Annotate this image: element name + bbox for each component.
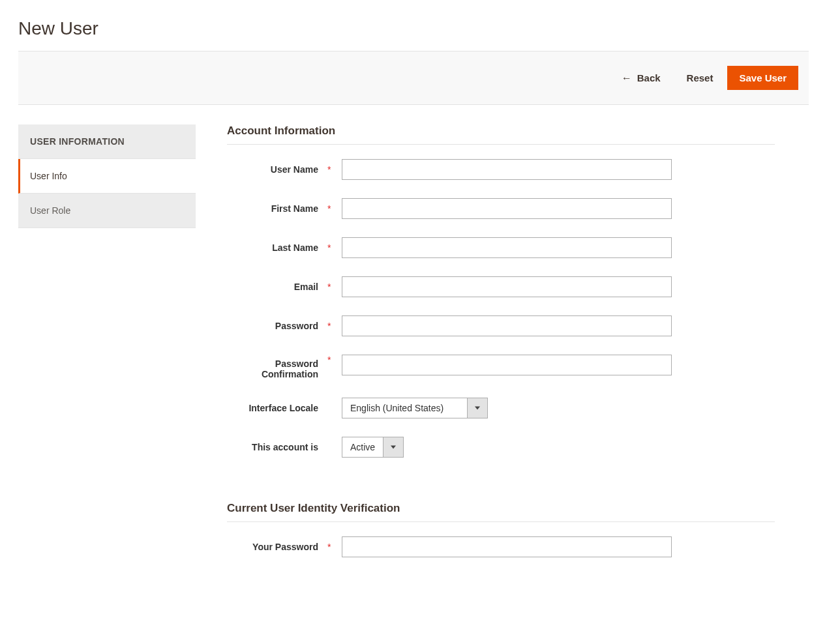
label-password-confirm: Password Confirmation [227,355,318,379]
sidebar-item-label: User Info [30,171,67,181]
required-mark: * [327,242,333,253]
chevron-down-icon [383,437,404,458]
arrow-left-icon: ← [622,73,632,83]
sidebar: USER INFORMATION User Info User Role [18,124,196,228]
required-mark: * [327,164,333,175]
required-mark: * [327,355,333,365]
password-input[interactable] [342,315,672,336]
label-lastname: Last Name [227,242,318,253]
label-status: This account is [227,442,318,452]
field-row-firstname: First Name * [227,198,775,219]
required-mark: * [327,203,333,214]
chevron-down-icon [467,398,488,418]
label-locale: Interface Locale [227,403,318,413]
sidebar-header: USER INFORMATION [18,124,196,159]
email-input[interactable] [342,276,672,297]
label-password: Password [227,321,318,331]
field-row-username: User Name * [227,159,775,180]
username-input[interactable] [342,159,672,180]
sidebar-item-user-role[interactable]: User Role [18,194,196,228]
lastname-input[interactable] [342,237,672,258]
label-your-password: Your Password [227,542,318,552]
section-title-account: Account Information [227,124,775,145]
page-title: New User [0,0,827,51]
required-mark: * [327,282,333,292]
sidebar-item-label: User Role [30,205,70,216]
label-email: Email [227,282,318,292]
label-firstname: First Name [227,203,318,214]
main-form: Account Information User Name * First Na… [227,124,775,576]
field-row-password: Password * [227,315,775,336]
field-row-email: Email * [227,276,775,297]
field-row-locale: Interface Locale English (United States) [227,398,775,418]
firstname-input[interactable] [342,198,672,219]
label-username: User Name [227,164,318,175]
back-button[interactable]: ← Back [610,67,672,89]
required-mark: * [327,542,333,552]
your-password-input[interactable] [342,536,672,557]
field-row-lastname: Last Name * [227,237,775,258]
field-row-status: This account is Active [227,437,775,458]
back-button-label: Back [637,72,661,83]
status-select-value: Active [342,437,383,458]
status-select[interactable]: Active [342,437,404,458]
sidebar-item-user-info[interactable]: User Info [18,159,196,194]
field-row-your-password: Your Password * [227,536,775,557]
field-row-password-confirm: Password Confirmation * [227,355,775,379]
reset-button[interactable]: Reset [675,67,725,89]
locale-select-value: English (United States) [342,398,467,418]
password-confirm-input[interactable] [342,355,672,375]
section-title-verification: Current User Identity Verification [227,502,775,522]
save-user-button[interactable]: Save User [727,66,798,90]
action-bar: ← Back Reset Save User [18,51,809,105]
required-mark: * [327,321,333,331]
locale-select[interactable]: English (United States) [342,398,488,418]
